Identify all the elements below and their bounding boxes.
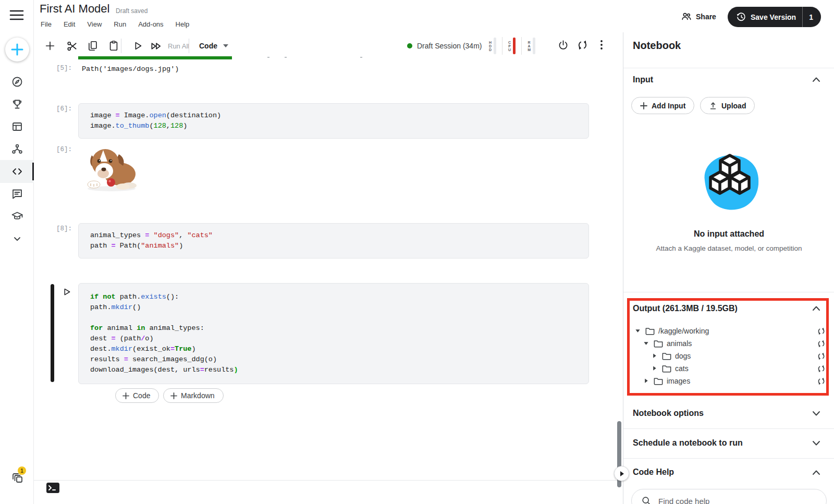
tree-item-animals[interactable]: animals (623, 338, 834, 350)
gauge-label: H D D (489, 41, 492, 52)
upload-button[interactable]: Upload (700, 97, 755, 114)
menu-item-add-ons[interactable]: Add-ons (138, 20, 163, 28)
tree-item-cats[interactable]: cats (623, 363, 834, 375)
restart-session-button[interactable] (574, 36, 591, 53)
code-cell-editor[interactable]: animal_types = "dogs", "cats"path = Path… (78, 223, 589, 259)
add-markdown-cell-button[interactable]: Markdown (163, 388, 224, 403)
run-cell-button[interactable] (129, 38, 146, 54)
output-section-title: Output (261.3MB / 19.5GB) (633, 304, 738, 313)
refresh-folder-icon[interactable] (817, 340, 825, 348)
refresh-folder-icon[interactable] (817, 327, 825, 335)
right-panel: Notebook Input Add Input Upload (623, 32, 834, 504)
input-collapse-button[interactable] (812, 77, 820, 82)
menu-item-file[interactable]: File (41, 20, 52, 28)
copy-cell-button[interactable] (84, 38, 101, 54)
gauge-divider (521, 37, 522, 55)
run-all-label[interactable]: Run All (168, 42, 189, 50)
schedule-section-title: Schedule a notebook to run (633, 438, 743, 448)
gauge-cpu[interactable]: C P U (508, 38, 516, 54)
gauge-hdd[interactable]: H D D (489, 38, 496, 54)
hamburger-menu-icon[interactable] (9, 8, 24, 22)
cell-output-image (82, 144, 141, 193)
refresh-folder-icon[interactable] (817, 377, 825, 385)
output-collapse-button[interactable] (812, 305, 820, 311)
code-line: animal_types = "dogs", "cats" (90, 230, 588, 241)
caret-collapsed-icon[interactable] (652, 365, 657, 371)
share-button[interactable]: Share (681, 11, 716, 22)
cell-output-text: Path('images/dogs.jpg') (82, 64, 179, 75)
save-version-button[interactable]: Save Version 1 (728, 7, 821, 27)
notebook-title[interactable]: First AI Model (40, 2, 109, 16)
folder-icon (662, 352, 671, 360)
gauge-label: R A M (528, 41, 531, 52)
cell-execution-count: [5]: (56, 65, 72, 72)
code-icon (11, 165, 23, 178)
cut-cell-button[interactable] (64, 38, 80, 54)
refresh-folder-icon[interactable] (817, 352, 825, 360)
add-code-label: Code (133, 391, 150, 400)
chevron-down-icon (812, 440, 820, 446)
session-status[interactable]: Draft Session (34m) (407, 42, 482, 50)
sidebar-item-home[interactable] (0, 70, 34, 93)
search-icon (641, 496, 652, 504)
resource-gauges: H D DC P UR A M (489, 36, 535, 55)
sidebar-item-code[interactable] (0, 160, 34, 183)
run-this-cell-button[interactable] (62, 287, 71, 297)
code-cell-editor[interactable]: image = Image.open(destination)image.to_… (78, 103, 589, 139)
copy-icon (87, 40, 99, 52)
compass-icon (11, 76, 23, 88)
tree-item-images[interactable]: images (623, 375, 834, 388)
console-button[interactable] (46, 482, 60, 494)
gauge-ram[interactable]: R A M (528, 38, 535, 54)
add-cell-button[interactable] (42, 38, 58, 54)
caret-expanded-icon[interactable] (643, 340, 649, 346)
menu-item-run[interactable]: Run (114, 20, 126, 28)
menu-item-view[interactable]: View (87, 20, 102, 28)
folder-icon (662, 364, 671, 373)
tree-item-dogs[interactable]: dogs (623, 350, 834, 363)
caret-collapsed-icon[interactable] (643, 378, 649, 384)
code-line: if not path.exists(): (90, 292, 588, 302)
panel-divider (623, 458, 834, 459)
sidebar-item-learn[interactable] (0, 205, 34, 228)
caret-expanded-icon[interactable] (635, 328, 641, 334)
cell-execution-count: [6]: (56, 146, 72, 153)
code-help-collapse-button[interactable] (812, 470, 820, 475)
power-session-button[interactable] (555, 36, 571, 53)
code-help-search-input[interactable] (658, 497, 810, 504)
panel-collapse-button[interactable] (614, 466, 629, 481)
add-input-button[interactable]: Add Input (631, 97, 694, 114)
sidebar-item-more[interactable] (0, 227, 34, 250)
run-all-button[interactable] (148, 38, 164, 54)
code-cell-editor-selected[interactable]: if not path.exists(): path.mkdir() for a… (78, 283, 589, 384)
input-section-title: Input (633, 75, 653, 84)
active-events-button[interactable]: 1 (10, 471, 24, 484)
trophy-icon (11, 98, 23, 110)
sidebar-item-competitions[interactable] (0, 93, 34, 116)
version-count-badge[interactable]: 1 (809, 13, 813, 21)
code-help-search[interactable] (631, 489, 827, 504)
sidebar-item-discussions[interactable] (0, 182, 34, 205)
cell-type-dropdown[interactable]: Code (199, 39, 229, 53)
refresh-folder-icon[interactable] (817, 365, 825, 373)
schedule-expand-button[interactable] (812, 440, 820, 446)
tree-item--kaggle-working[interactable]: /kaggle/working (623, 325, 834, 338)
sidebar-item-models[interactable] (0, 138, 34, 161)
terminal-icon (46, 482, 60, 494)
toolbar-more-button[interactable] (593, 36, 610, 53)
notebook-footer-divider (34, 480, 623, 481)
caret-collapsed-icon[interactable] (652, 353, 657, 359)
models-network-icon (11, 143, 23, 155)
add-code-cell-button[interactable]: Code (115, 388, 159, 403)
paste-cell-button[interactable] (105, 38, 122, 54)
menu-item-edit[interactable]: Edit (64, 20, 75, 28)
tree-item-label: cats (675, 364, 689, 373)
create-button[interactable] (5, 38, 29, 62)
cell-execution-count: [6]: (56, 105, 72, 113)
gauge-label: C P U (508, 41, 511, 52)
code-line: path.mkdir() (90, 302, 588, 313)
notebook-options-expand-button[interactable] (812, 411, 820, 416)
menu-item-help[interactable]: Help (176, 20, 190, 28)
caret-right-icon (619, 471, 624, 477)
sidebar-item-datasets[interactable] (0, 115, 34, 138)
